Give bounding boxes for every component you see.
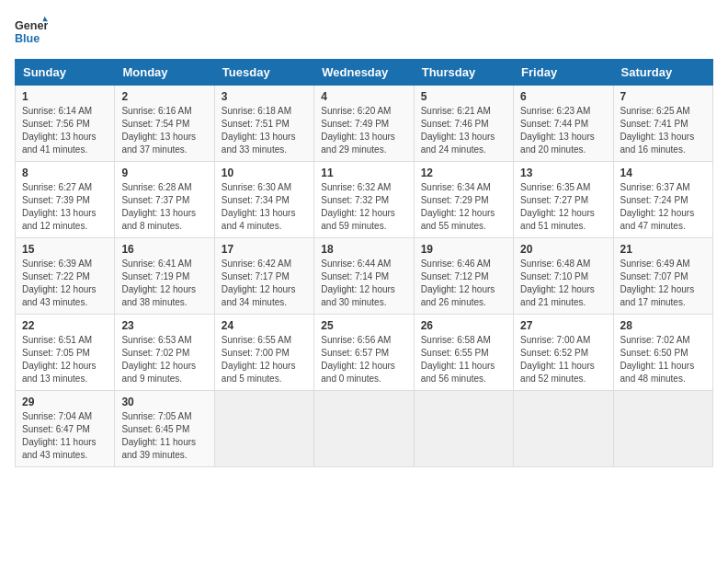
day-sunrise: Sunrise: 6:34 AM: [421, 182, 491, 192]
logo: General Blue: [15, 15, 48, 48]
day-sunset: Sunset: 7:54 PM: [121, 119, 189, 129]
calendar-cell: 20 Sunrise: 6:48 AM Sunset: 7:10 PM Dayl…: [514, 238, 613, 315]
day-number: 6: [520, 90, 606, 103]
calendar-week-row: 22 Sunrise: 6:51 AM Sunset: 7:05 PM Dayl…: [16, 315, 713, 391]
day-number: 25: [321, 319, 406, 332]
calendar-cell: 8 Sunrise: 6:27 AM Sunset: 7:39 PM Dayli…: [16, 162, 115, 238]
calendar-cell: 3 Sunrise: 6:18 AM Sunset: 7:51 PM Dayli…: [214, 86, 313, 162]
calendar-cell: 19 Sunrise: 6:46 AM Sunset: 7:12 PM Dayl…: [414, 238, 513, 315]
day-number: 2: [121, 90, 207, 103]
day-daylight: Daylight: 11 hours and 48 minutes.: [620, 361, 695, 384]
calendar-cell: 2 Sunrise: 6:16 AM Sunset: 7:54 PM Dayli…: [115, 86, 214, 162]
calendar-cell: 25 Sunrise: 6:56 AM Sunset: 6:57 PM Dayl…: [314, 315, 414, 391]
day-daylight: Daylight: 12 hours and 43 minutes.: [22, 284, 97, 307]
day-daylight: Daylight: 13 hours and 20 minutes.: [520, 132, 595, 155]
calendar-cell: 5 Sunrise: 6:21 AM Sunset: 7:46 PM Dayli…: [414, 86, 513, 162]
calendar-week-row: 8 Sunrise: 6:27 AM Sunset: 7:39 PM Dayli…: [16, 162, 713, 238]
day-number: 4: [321, 90, 406, 103]
day-sunset: Sunset: 7:46 PM: [421, 119, 489, 129]
day-daylight: Daylight: 12 hours and 9 minutes.: [121, 361, 196, 384]
day-sunset: Sunset: 6:55 PM: [421, 348, 489, 358]
day-sunset: Sunset: 7:56 PM: [22, 119, 90, 129]
calendar-cell: 21 Sunrise: 6:49 AM Sunset: 7:07 PM Dayl…: [613, 238, 712, 315]
day-daylight: Daylight: 12 hours and 0 minutes.: [321, 361, 395, 384]
calendar-cell: 1 Sunrise: 6:14 AM Sunset: 7:56 PM Dayli…: [16, 86, 115, 162]
calendar-cell: 16 Sunrise: 6:41 AM Sunset: 7:19 PM Dayl…: [115, 238, 214, 315]
day-sunset: Sunset: 7:22 PM: [22, 271, 90, 282]
day-sunset: Sunset: 7:49 PM: [321, 119, 389, 129]
col-header-monday: Monday: [115, 60, 214, 86]
day-number: 27: [520, 319, 606, 332]
day-sunset: Sunset: 7:34 PM: [222, 195, 290, 205]
day-sunrise: Sunrise: 6:42 AM: [222, 259, 291, 269]
day-sunrise: Sunrise: 6:53 AM: [121, 335, 191, 345]
day-sunrise: Sunrise: 6:23 AM: [520, 106, 590, 116]
day-sunrise: Sunrise: 6:28 AM: [121, 182, 191, 192]
day-sunrise: Sunrise: 6:21 AM: [421, 106, 491, 116]
day-number: 21: [620, 243, 706, 256]
day-sunrise: Sunrise: 7:00 AM: [520, 335, 590, 345]
calendar-cell: 15 Sunrise: 6:39 AM Sunset: 7:22 PM Dayl…: [16, 238, 115, 315]
day-number: 19: [421, 243, 506, 256]
calendar-cell: 29 Sunrise: 7:04 AM Sunset: 6:47 PM Dayl…: [16, 391, 115, 467]
day-sunset: Sunset: 6:45 PM: [121, 424, 189, 434]
header: General Blue: [15, 15, 713, 48]
day-sunset: Sunset: 7:10 PM: [520, 271, 588, 282]
day-sunrise: Sunrise: 6:39 AM: [22, 259, 92, 269]
day-daylight: Daylight: 12 hours and 5 minutes.: [222, 361, 296, 384]
day-number: 17: [222, 243, 307, 256]
day-sunset: Sunset: 7:19 PM: [121, 271, 189, 282]
day-daylight: Daylight: 12 hours and 51 minutes.: [520, 208, 595, 231]
day-sunset: Sunset: 7:51 PM: [222, 119, 290, 129]
day-sunset: Sunset: 7:27 PM: [520, 195, 588, 205]
calendar-cell: 4 Sunrise: 6:20 AM Sunset: 7:49 PM Dayli…: [314, 86, 414, 162]
day-sunset: Sunset: 7:37 PM: [121, 195, 189, 205]
day-daylight: Daylight: 12 hours and 38 minutes.: [121, 284, 196, 307]
day-sunset: Sunset: 7:44 PM: [520, 119, 588, 129]
day-daylight: Daylight: 12 hours and 17 minutes.: [620, 284, 695, 307]
day-sunset: Sunset: 7:07 PM: [620, 271, 688, 282]
calendar-cell: [514, 391, 613, 467]
day-sunset: Sunset: 7:14 PM: [321, 271, 389, 282]
day-sunrise: Sunrise: 6:20 AM: [321, 106, 391, 116]
calendar-cell: 13 Sunrise: 6:35 AM Sunset: 7:27 PM Dayl…: [514, 162, 613, 238]
col-header-sunday: Sunday: [16, 60, 115, 86]
calendar-cell: 23 Sunrise: 6:53 AM Sunset: 7:02 PM Dayl…: [115, 315, 214, 391]
day-sunset: Sunset: 7:17 PM: [222, 271, 290, 282]
day-sunset: Sunset: 7:32 PM: [321, 195, 389, 205]
col-header-tuesday: Tuesday: [214, 60, 313, 86]
day-sunset: Sunset: 6:50 PM: [620, 348, 688, 358]
calendar-cell: 17 Sunrise: 6:42 AM Sunset: 7:17 PM Dayl…: [214, 238, 313, 315]
day-sunrise: Sunrise: 6:44 AM: [321, 259, 391, 269]
day-daylight: Daylight: 11 hours and 52 minutes.: [520, 361, 595, 384]
svg-text:Blue: Blue: [15, 32, 40, 45]
calendar-cell: 14 Sunrise: 6:37 AM Sunset: 7:24 PM Dayl…: [613, 162, 712, 238]
day-number: 1: [22, 90, 108, 103]
logo-icon: General Blue: [15, 15, 48, 48]
calendar-cell: 7 Sunrise: 6:25 AM Sunset: 7:41 PM Dayli…: [613, 86, 712, 162]
day-sunrise: Sunrise: 6:14 AM: [22, 106, 92, 116]
day-sunrise: Sunrise: 7:05 AM: [121, 411, 191, 421]
day-sunset: Sunset: 7:02 PM: [121, 348, 189, 358]
day-number: 7: [620, 90, 706, 103]
day-sunset: Sunset: 6:47 PM: [22, 424, 90, 434]
col-header-thursday: Thursday: [414, 60, 513, 86]
day-number: 26: [421, 319, 506, 332]
day-daylight: Daylight: 12 hours and 30 minutes.: [321, 284, 395, 307]
calendar-cell: 6 Sunrise: 6:23 AM Sunset: 7:44 PM Dayli…: [514, 86, 613, 162]
day-number: 30: [121, 396, 207, 408]
day-sunset: Sunset: 7:05 PM: [22, 348, 90, 358]
day-sunset: Sunset: 6:57 PM: [321, 348, 389, 358]
day-daylight: Daylight: 13 hours and 41 minutes.: [22, 132, 97, 155]
calendar-table: SundayMondayTuesdayWednesdayThursdayFrid…: [15, 59, 713, 467]
calendar-cell: 18 Sunrise: 6:44 AM Sunset: 7:14 PM Dayl…: [314, 238, 414, 315]
day-sunrise: Sunrise: 6:55 AM: [222, 335, 291, 345]
calendar-cell: [414, 391, 513, 467]
calendar-cell: [214, 391, 313, 467]
day-daylight: Daylight: 12 hours and 13 minutes.: [22, 361, 97, 384]
day-sunset: Sunset: 7:41 PM: [620, 119, 688, 129]
calendar-week-row: 15 Sunrise: 6:39 AM Sunset: 7:22 PM Dayl…: [16, 238, 713, 315]
day-number: 8: [22, 167, 108, 179]
day-daylight: Daylight: 13 hours and 16 minutes.: [620, 132, 695, 155]
calendar-week-row: 1 Sunrise: 6:14 AM Sunset: 7:56 PM Dayli…: [16, 86, 713, 162]
